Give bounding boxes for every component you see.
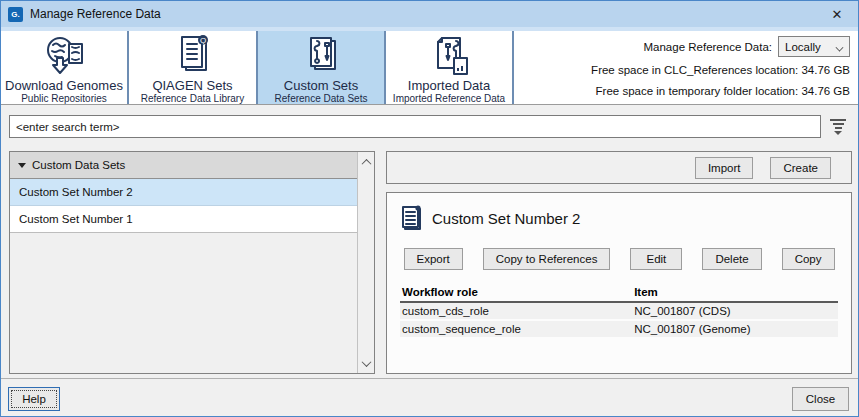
tree-group-label: Custom Data Sets bbox=[32, 159, 125, 171]
tab-title: Download Genomes bbox=[5, 79, 123, 93]
tab-subtitle: Imported Reference Data bbox=[393, 93, 505, 105]
app-icon: G. bbox=[8, 7, 23, 22]
document-stack-q-icon: Q bbox=[170, 34, 216, 78]
free-space-references: Free space in CLC_References location: 3… bbox=[591, 63, 850, 78]
tab-subtitle: Reference Data Sets bbox=[275, 93, 368, 105]
create-button[interactable]: Create bbox=[770, 157, 831, 179]
tab-title: QIAGEN Sets bbox=[152, 79, 232, 93]
workflow-role-table: Workflow role Item custom_cds_role NC_00… bbox=[400, 285, 838, 339]
filter-icon[interactable] bbox=[828, 119, 848, 135]
copy-to-references-button[interactable]: Copy to References bbox=[483, 248, 611, 270]
reference-data-info-panel: Manage Reference Data: Locally Free spac… bbox=[514, 31, 858, 104]
document-tools-icon bbox=[298, 34, 344, 78]
custom-set-detail-panel: Custom Set Number 2 Export Copy to Refer… bbox=[386, 192, 852, 374]
tab-qiagen-sets[interactable]: Q QIAGEN Sets Reference Data Library bbox=[129, 31, 258, 104]
tab-imported-data[interactable]: Imported Data Imported Reference Data bbox=[386, 31, 514, 104]
copy-button[interactable]: Copy bbox=[782, 248, 835, 270]
chevron-down-icon bbox=[836, 43, 844, 51]
manage-location-value: Locally bbox=[785, 41, 821, 53]
edit-button[interactable]: Edit bbox=[630, 248, 682, 270]
item-cell: NC_001807 (Genome) bbox=[632, 320, 838, 338]
globe-download-icon bbox=[41, 34, 87, 78]
tab-subtitle: Reference Data Library bbox=[141, 93, 244, 105]
tab-download-genomes[interactable]: Download Genomes Public Repositories bbox=[1, 31, 129, 104]
tab-bar: Download Genomes Public Repositories Q Q… bbox=[1, 31, 858, 105]
column-header-item: Item bbox=[632, 285, 838, 302]
scroll-up-icon[interactable] bbox=[358, 154, 374, 170]
collapse-triangle-icon bbox=[18, 163, 26, 168]
manage-reference-data-dialog: G. Manage Reference Data ✕ Download Geno… bbox=[0, 0, 859, 417]
tab-title: Custom Sets bbox=[284, 79, 358, 93]
set-actions-bar: Import Create bbox=[386, 151, 852, 184]
tree-item-custom-set-2[interactable]: Custom Set Number 2 bbox=[10, 179, 357, 206]
tree-item-label: Custom Set Number 2 bbox=[19, 186, 133, 198]
detail-buttons-row: Export Copy to References Edit Delete Co… bbox=[387, 248, 851, 270]
search-input[interactable] bbox=[9, 115, 821, 138]
table-row[interactable]: custom_sequence_role NC_001807 (Genome) bbox=[400, 320, 838, 338]
tree-group-header[interactable]: Custom Data Sets bbox=[10, 152, 357, 179]
tree-item-custom-set-1[interactable]: Custom Set Number 1 bbox=[10, 206, 357, 233]
window-close-icon[interactable]: ✕ bbox=[816, 1, 858, 27]
search-row bbox=[1, 105, 858, 145]
detail-header: Custom Set Number 2 bbox=[387, 193, 851, 231]
import-button[interactable]: Import bbox=[695, 157, 754, 179]
help-button[interactable]: Help bbox=[8, 387, 60, 411]
custom-data-sets-tree: Custom Data Sets Custom Set Number 2 Cus… bbox=[9, 151, 375, 374]
delete-button[interactable]: Delete bbox=[702, 248, 761, 270]
window-title: Manage Reference Data bbox=[30, 7, 161, 21]
table-row[interactable]: custom_cds_role NC_001807 (CDS) bbox=[400, 302, 838, 320]
clipboard-icon bbox=[401, 205, 423, 231]
workflow-role-cell: custom_cds_role bbox=[400, 302, 632, 320]
manage-location-select[interactable]: Locally bbox=[778, 36, 850, 57]
workflow-role-cell: custom_sequence_role bbox=[400, 320, 632, 338]
dialog-footer: Help Close bbox=[1, 378, 858, 416]
tab-subtitle: Public Repositories bbox=[21, 93, 107, 105]
detail-set-title: Custom Set Number 2 bbox=[432, 210, 580, 227]
free-space-temp-folder: Free space in temporary folder location:… bbox=[596, 84, 850, 99]
tab-custom-sets[interactable]: Custom Sets Reference Data Sets bbox=[258, 31, 386, 104]
imported-data-icon bbox=[426, 34, 472, 78]
export-button[interactable]: Export bbox=[404, 248, 463, 270]
scroll-down-icon[interactable] bbox=[358, 355, 374, 371]
title-bar: G. Manage Reference Data ✕ bbox=[1, 1, 858, 27]
tree-item-label: Custom Set Number 1 bbox=[19, 213, 133, 225]
svg-text:Q: Q bbox=[199, 36, 205, 45]
column-header-workflow-role: Workflow role bbox=[400, 285, 632, 302]
manage-location-label: Manage Reference Data: bbox=[644, 41, 773, 53]
tab-title: Imported Data bbox=[408, 79, 490, 93]
item-cell: NC_001807 (CDS) bbox=[632, 302, 838, 320]
close-button[interactable]: Close bbox=[792, 387, 849, 411]
tree-scrollbar[interactable] bbox=[357, 152, 374, 373]
